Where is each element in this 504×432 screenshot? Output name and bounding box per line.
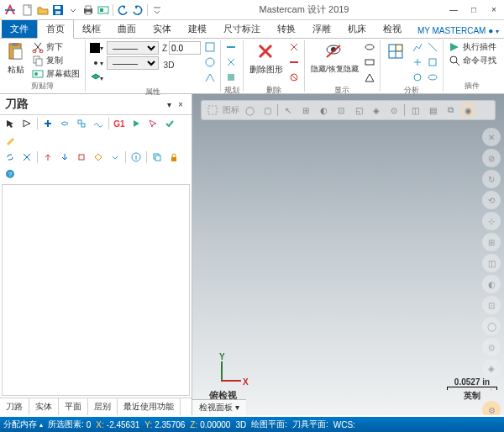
plan-icon-1[interactable] bbox=[224, 40, 238, 54]
tb-down-icon[interactable] bbox=[58, 150, 71, 164]
tb-up-icon[interactable] bbox=[41, 150, 55, 164]
delete-shape-button[interactable]: 删除图形 bbox=[247, 40, 286, 77]
tb-unlink-icon[interactable] bbox=[20, 150, 34, 164]
tab-surface[interactable]: 曲面 bbox=[109, 20, 144, 38]
vp-i10-icon[interactable]: ⊙ bbox=[386, 103, 402, 118]
layer-button[interactable]: ▾ bbox=[90, 71, 103, 85]
tb-cursor3-icon[interactable] bbox=[146, 117, 160, 130]
analyze-icon-2[interactable] bbox=[411, 55, 424, 69]
tab-model[interactable]: 建模 bbox=[180, 20, 215, 38]
vs-6-icon[interactable]: ⊞ bbox=[482, 233, 501, 251]
plan-icon-2[interactable] bbox=[224, 55, 238, 69]
display-icon-2[interactable] bbox=[363, 55, 376, 69]
qat-save-dropdown-icon[interactable] bbox=[66, 3, 81, 18]
plan-icon-3[interactable] bbox=[224, 71, 238, 84]
vp-i6-icon[interactable]: ◐ bbox=[316, 103, 331, 118]
btab-solid[interactable]: 实体 bbox=[29, 398, 59, 415]
tb-pencil-icon[interactable] bbox=[3, 134, 17, 147]
qat-screenshot-icon[interactable] bbox=[96, 3, 111, 18]
tb-g1-icon[interactable]: G1 bbox=[113, 117, 126, 130]
tb-play-icon[interactable] bbox=[129, 117, 143, 130]
qat-print-icon[interactable] bbox=[81, 3, 96, 18]
tab-solid[interactable]: 实体 bbox=[144, 20, 180, 38]
vp-i9-icon[interactable]: ◈ bbox=[369, 103, 384, 118]
lineweight-select[interactable]: ——— bbox=[107, 56, 159, 70]
vs-8-icon[interactable]: ◐ bbox=[482, 275, 501, 293]
copy-button[interactable]: 复制 bbox=[30, 54, 81, 66]
tb-box-icon[interactable] bbox=[75, 150, 88, 164]
vs-11-icon[interactable]: ⊙ bbox=[482, 338, 501, 356]
vp-i2-icon[interactable]: ◯ bbox=[242, 103, 257, 118]
analyze-icon-3[interactable] bbox=[411, 71, 424, 84]
vp-sel-icon[interactable] bbox=[205, 103, 220, 118]
tb-link-icon[interactable] bbox=[3, 150, 17, 164]
vs-3-icon[interactable]: ↻ bbox=[482, 170, 501, 188]
tb-insert-icon[interactable] bbox=[41, 117, 55, 130]
tab-transform[interactable]: 转换 bbox=[269, 20, 304, 38]
vp-i4-icon[interactable]: ↖ bbox=[281, 103, 296, 118]
qat-open-icon[interactable] bbox=[35, 3, 50, 18]
display-icon-1[interactable] bbox=[363, 40, 376, 54]
vp-i3-icon[interactable]: ▢ bbox=[260, 103, 275, 118]
status-wcs[interactable]: WCS: bbox=[333, 420, 355, 429]
tb-xform-icon[interactable] bbox=[75, 117, 88, 130]
vp-i14-icon[interactable]: ◉ bbox=[460, 103, 475, 118]
tab-wireframe[interactable]: 线框 bbox=[74, 20, 109, 38]
z-input[interactable] bbox=[169, 41, 201, 55]
vs-4-icon[interactable]: ⟲ bbox=[482, 191, 501, 209]
vp-i8-icon[interactable]: ◱ bbox=[351, 103, 366, 118]
tb-diamond-icon[interactable] bbox=[92, 150, 105, 164]
qat-new-icon[interactable] bbox=[20, 3, 35, 18]
tab-view[interactable]: 检视 bbox=[375, 20, 410, 38]
vs-10-icon[interactable]: ◯ bbox=[482, 317, 501, 335]
tb-path-icon[interactable] bbox=[58, 117, 71, 130]
cut-button[interactable]: 剪下 bbox=[30, 40, 81, 53]
prop-icon-3[interactable] bbox=[203, 71, 217, 84]
delete-icon-2[interactable] bbox=[287, 55, 301, 69]
close-button[interactable]: × bbox=[484, 2, 504, 18]
screenshot-button[interactable]: 屏幕截图 bbox=[30, 67, 81, 80]
vs-5-icon[interactable]: ⊹ bbox=[482, 212, 501, 230]
point-style-button[interactable]: ▾ bbox=[90, 56, 103, 70]
analyze-icon-5[interactable] bbox=[426, 55, 439, 69]
btab-toolpath[interactable]: 刀路 bbox=[0, 398, 29, 415]
linestyle-select[interactable]: ——— bbox=[107, 41, 159, 55]
vs-2-icon[interactable]: ⊘ bbox=[482, 149, 501, 167]
tb-cursor-icon[interactable] bbox=[3, 117, 17, 130]
qat-undo-icon[interactable] bbox=[115, 3, 130, 18]
status-plane[interactable]: 绘图平面: bbox=[251, 419, 287, 430]
toolpath-tree[interactable] bbox=[2, 184, 190, 396]
tb-help-icon[interactable]: ? bbox=[3, 167, 17, 181]
vp-i11-icon[interactable]: ◫ bbox=[407, 103, 423, 118]
status-memory[interactable]: 分配内存▴ bbox=[3, 419, 43, 430]
analyze-icon-4[interactable] bbox=[426, 40, 439, 54]
btab-layer[interactable]: 层别 bbox=[88, 398, 118, 415]
delete-icon-1[interactable] bbox=[287, 40, 301, 54]
run-plugin-button[interactable]: 执行插件 bbox=[447, 40, 498, 53]
display-icon-3[interactable] bbox=[363, 71, 376, 84]
tb-lock-icon[interactable] bbox=[167, 150, 181, 164]
mode-3d-button[interactable]: 3D bbox=[162, 58, 176, 71]
prop-icon-2[interactable] bbox=[203, 55, 217, 69]
tb-wave-icon[interactable] bbox=[92, 117, 105, 130]
command-find-button[interactable]: 命令寻找 bbox=[447, 54, 498, 66]
vs-9-icon[interactable]: ⊡ bbox=[482, 296, 501, 314]
btab-recent[interactable]: 最近使用功能 bbox=[118, 398, 181, 415]
tb-info-icon[interactable] bbox=[129, 150, 143, 164]
tb-collapse-icon[interactable] bbox=[108, 150, 122, 164]
tab-machine[interactable]: 机床 bbox=[339, 20, 375, 38]
qat-redo-icon[interactable] bbox=[130, 3, 145, 18]
analyze-icon-6[interactable] bbox=[426, 71, 439, 84]
vs-1-icon[interactable]: ✕ bbox=[482, 128, 501, 146]
panel-menu-icon[interactable]: ▾ bbox=[163, 98, 175, 110]
tb-copy-icon[interactable] bbox=[150, 150, 164, 164]
vs-14-icon[interactable]: ⚙ bbox=[482, 401, 501, 415]
tab-dimension[interactable]: 尺寸标注 bbox=[215, 20, 269, 38]
qat-save-icon[interactable] bbox=[50, 3, 66, 18]
qat-customize-dropdown-icon[interactable] bbox=[150, 3, 165, 18]
tb-cursor2-icon[interactable] bbox=[20, 117, 34, 130]
hide-restore-button[interactable]: 隐藏/恢复隐藏 bbox=[308, 40, 361, 76]
tab-file[interactable]: 文件 bbox=[2, 20, 37, 38]
vp-i5-icon[interactable]: ⊞ bbox=[298, 103, 313, 118]
vp-i7-icon[interactable]: ⊡ bbox=[333, 103, 349, 118]
